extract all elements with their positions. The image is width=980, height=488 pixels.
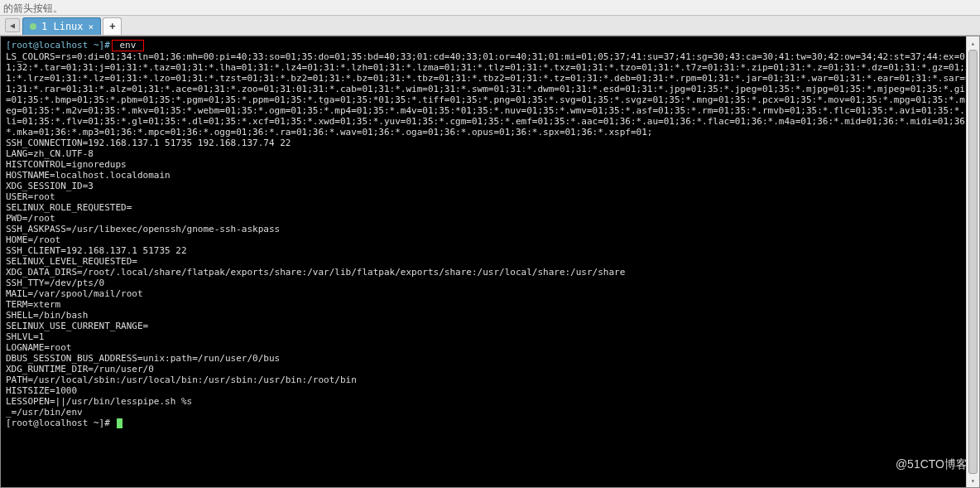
scroll-down-arrow[interactable]: ▾ bbox=[967, 474, 979, 487]
output-line: XDG_SESSION_ID=3 bbox=[6, 181, 974, 191]
output-line: PATH=/usr/local/sbin:/usr/local/bin:/usr… bbox=[6, 374, 974, 385]
tab-bar: ◀ 1 Linux × + bbox=[0, 15, 980, 36]
output-line: _=/usr/bin/env bbox=[6, 407, 974, 418]
output-line: HOME=/root bbox=[6, 234, 974, 245]
prompt: [root@localhost ~]# bbox=[6, 40, 110, 51]
scroll-up-arrow[interactable]: ▴ bbox=[967, 36, 979, 50]
output-line: LANG=zh_CN.UTF-8 bbox=[6, 148, 974, 159]
output-line: SSH_TTY=/dev/pts/0 bbox=[6, 278, 974, 288]
output-line: LOGNAME=root bbox=[6, 342, 974, 353]
output-line: HISTSIZE=1000 bbox=[6, 385, 974, 396]
output-line: MAIL=/var/spool/mail/root bbox=[6, 288, 974, 299]
output-line: SSH_ASKPASS=/usr/libexec/openssh/gnome-s… bbox=[6, 224, 974, 234]
session-status-icon bbox=[30, 23, 36, 30]
output-line: SHELL=/bin/bash bbox=[6, 310, 974, 321]
output-line: LS_COLORS=rs=0:di=01;34:ln=01;36:mh=00:p… bbox=[6, 51, 974, 138]
tab-history-back[interactable]: ◀ bbox=[5, 18, 20, 32]
tab-label: 1 Linux bbox=[41, 21, 84, 32]
scrollbar-thumb[interactable] bbox=[968, 50, 978, 474]
output-line: SSH_CONNECTION=192.168.137.1 51735 192.1… bbox=[6, 138, 974, 148]
output-line: HOSTNAME=localhost.localdomain bbox=[6, 170, 974, 181]
prompt: [root@localhost ~]# bbox=[6, 418, 115, 428]
output-line: SELINUX_USE_CURRENT_RANGE= bbox=[6, 321, 974, 331]
close-icon[interactable]: × bbox=[89, 22, 94, 32]
output-line: LESSOPEN=||/usr/bin/lesspipe.sh %s bbox=[6, 396, 974, 407]
scrollbar-track[interactable] bbox=[967, 50, 979, 474]
terminal-frame: [root@localhost ~]# env LS_COLORS=rs=0:d… bbox=[0, 36, 980, 488]
output-line: PWD=/root bbox=[6, 213, 974, 224]
terminal[interactable]: [root@localhost ~]# env LS_COLORS=rs=0:d… bbox=[1, 36, 979, 487]
tab-1-linux[interactable]: 1 Linux × bbox=[22, 17, 101, 35]
output-line: SELINUX_ROLE_REQUESTED= bbox=[6, 202, 974, 213]
vertical-scrollbar[interactable]: ▴ ▾ bbox=[966, 36, 979, 487]
output-line: XDG_DATA_DIRS=/root/.local/share/flatpak… bbox=[6, 267, 974, 278]
cursor bbox=[117, 418, 122, 428]
output-line: SELINUX_LEVEL_REQUESTED= bbox=[6, 256, 974, 267]
output-line: USER=root bbox=[6, 191, 974, 202]
new-tab-button[interactable]: + bbox=[103, 17, 122, 35]
output-line: TERM=xterm bbox=[6, 299, 974, 310]
output-line: DBUS_SESSION_BUS_ADDRESS=unix:path=/run/… bbox=[6, 353, 974, 364]
output-line: XDG_RUNTIME_DIR=/run/user/0 bbox=[6, 364, 974, 374]
output-line: SSH_CLIENT=192.168.137.1 51735 22 bbox=[6, 245, 974, 256]
command-highlight: env bbox=[112, 40, 144, 51]
output-line: HISTCONTROL=ignoredups bbox=[6, 159, 974, 170]
output-line: SHLVL=1 bbox=[6, 331, 974, 342]
